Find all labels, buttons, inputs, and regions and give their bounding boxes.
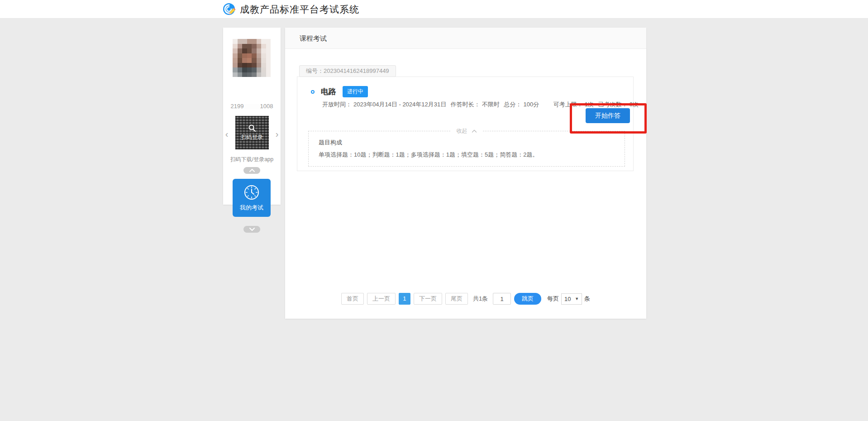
main-panel: 课程考试 编号：20230414162418997449 电路 进行中 开放时间… — [285, 28, 646, 319]
start-answer-button[interactable]: 开始作答 — [586, 108, 630, 123]
composition-detail: 单项选择题：10题；判断题：1题；多项选择题：1题；填空题：5题；简答题：2题。 — [319, 151, 538, 159]
avatar[interactable] — [233, 39, 271, 77]
pagination-last-button[interactable]: 尾页 — [445, 293, 468, 305]
exam-card: 电路 进行中 开放时间：2023年04月14日 - 2024年12月31日 作答… — [297, 77, 634, 171]
chevron-up-small-icon — [472, 129, 477, 133]
app-logo-icon — [223, 3, 236, 16]
qr-caption: 扫码下载/登录app — [223, 156, 281, 163]
carousel-prev-icon[interactable]: ‹ — [224, 129, 229, 139]
app-title: 成教产品标准平台考试系统 — [240, 3, 359, 16]
user-id-blur — [244, 104, 260, 110]
select-caret-icon: ▼ — [575, 297, 579, 301]
sidebar-item-my-exams[interactable]: 我的考试 — [233, 179, 271, 217]
my-exams-label: 我的考试 — [240, 204, 263, 212]
pagination: 首页 上一页 1 下一页 尾页 共1条 跳页 每页 10 ▼ 条 — [285, 293, 646, 305]
page-jump-input[interactable] — [493, 293, 511, 305]
qr-carousel: ‹ 扫码登录 › — [223, 116, 281, 157]
page-size-control: 每页 10 ▼ 条 — [547, 293, 590, 305]
section-title: 课程考试 — [285, 28, 646, 49]
exam-number-tag: 编号：20230414162418997449 — [299, 65, 396, 77]
question-composition-box: 收起 题目构成 单项选择题：10题；判断题：1题；多项选择题：1题；填空题：5题… — [308, 131, 625, 167]
composition-title: 题目构成 — [319, 139, 342, 147]
scroll-down-button[interactable] — [243, 226, 260, 233]
collapse-label: 收起 — [457, 127, 467, 135]
page-size-select[interactable]: 10 ▼ — [561, 293, 582, 305]
page-jump-button[interactable]: 跳页 — [514, 293, 541, 305]
page-size-value: 10 — [564, 296, 571, 302]
pagination-prev-button[interactable]: 上一页 — [367, 293, 396, 305]
exam-title-row: 电路 进行中 — [311, 86, 368, 97]
pagination-next-button[interactable]: 下一页 — [414, 293, 442, 305]
per-page-prefix: 每页 — [547, 295, 559, 303]
user-id: 21991008 — [223, 103, 281, 110]
scroll-up-button[interactable] — [243, 167, 260, 174]
exam-bullet-icon — [311, 90, 315, 94]
clock-icon — [243, 184, 260, 201]
sidebar: 21991008 ‹ 扫码登录 › 扫码下载/登录app — [223, 28, 281, 205]
status-badge: 进行中 — [343, 86, 368, 97]
collapse-toggle[interactable]: 收起 — [451, 127, 482, 135]
top-bar: 成教产品标准平台考试系统 — [0, 0, 868, 19]
qr-overlay-label: 扫码登录 — [241, 134, 263, 141]
chevron-up-icon — [249, 169, 255, 172]
brand: 成教产品标准平台考试系统 — [223, 0, 359, 19]
per-page-suffix: 条 — [584, 295, 590, 303]
exam-title: 电路 — [321, 86, 336, 97]
pagination-page-1[interactable]: 1 — [399, 293, 410, 305]
pagination-first-button[interactable]: 首页 — [341, 293, 364, 305]
qr-code[interactable]: 扫码登录 — [235, 116, 269, 149]
pagination-total: 共1条 — [473, 295, 488, 303]
exam-details: 开放时间：2023年04月14日 - 2024年12月31日 作答时长：不限时 … — [322, 100, 641, 109]
chevron-down-icon — [249, 228, 255, 231]
magnifier-icon — [248, 124, 256, 132]
carousel-next-icon[interactable]: › — [274, 129, 280, 139]
